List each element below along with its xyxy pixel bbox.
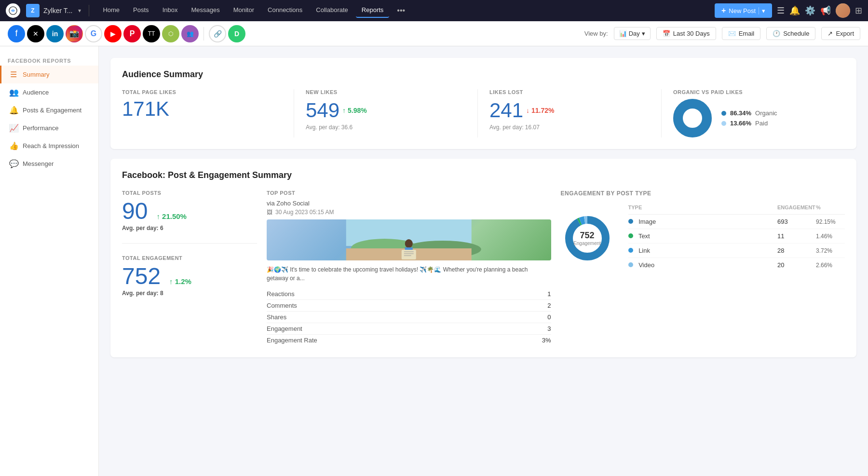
platform-youtube[interactable]: ▶ [104,25,122,42]
new-post-button[interactable]: + New Post ▾ [715,3,772,18]
video-type-name: Video [638,261,654,269]
new-likes-sub: 549 ↑ 5.98% [306,99,466,122]
new-likes-value: 549 [306,99,339,122]
likes-lost-label: LIKES LOST [489,89,650,95]
image-type-label: Image [628,218,778,225]
sidebar-summary-label: Summary [23,71,50,78]
platform-twitter[interactable]: ✕ [27,25,44,42]
donut-label: 752 Engagement [573,231,601,246]
total-engagement-label: TOTAL ENGAGEMENT [122,255,257,261]
brand-chevron-icon[interactable]: ▾ [78,7,81,14]
link-type-label: Link [628,247,778,254]
paid-pct: 13.66% [730,120,751,127]
platform-linkedin[interactable]: in [46,25,64,42]
organic-legend-item: 86.34% Organic [721,109,777,117]
posts-icon: 🔔 [9,106,18,115]
engagement-rate-stat: Engagement Rate 3% [267,335,551,346]
platform-facebook[interactable]: f [8,25,25,42]
engagement-rate-value: 3% [542,337,551,344]
text-type-name: Text [638,232,650,240]
sidebar: FACEBOOK REPORTS ☰ Summary 👥 Audience 🔔 … [0,46,99,476]
engagement-by-type-label: ENGAGEMENT BY POST TYPE [561,190,845,197]
svg-rect-10 [402,250,416,259]
platform-google[interactable]: G [85,25,102,42]
calendar-icon: 📅 [663,30,670,37]
nav-reports[interactable]: Reports [356,3,390,18]
nav-connections[interactable]: Connections [262,3,308,18]
nav-items: Home Posts Inbox Messages Monitor Connec… [97,3,711,18]
video-engagement: 20 [777,261,816,269]
nav-inbox[interactable]: Inbox [157,3,184,18]
percent-header: % [816,204,845,210]
total-engagement-change: ↑ 1.2% [169,277,191,286]
nav-messages[interactable]: Messages [185,3,225,18]
platform-instagram[interactable]: 📸 [66,25,83,42]
donut-sublabel: Engagement [573,241,601,246]
nav-collaborate[interactable]: Collaborate [310,3,354,18]
platform-tiktok[interactable]: TT [143,25,160,42]
sidebar-performance-label: Performance [23,124,58,132]
sidebar-messenger-label: Messenger [23,160,54,167]
total-page-likes-block: TOTAL PAGE LIKES 171K [122,89,294,137]
sidebar-item-summary[interactable]: ☰ Summary [0,66,98,83]
brand-name: Zylker T... [43,7,72,14]
organic-pct: 86.34% [730,109,751,117]
link-type-name: Link [638,247,650,254]
new-likes-label: NEW LIKES [306,89,466,95]
platform-pinterest[interactable]: P [123,25,141,42]
schedule-button[interactable]: 🕐 Schedule [766,27,815,40]
video-dot [628,262,633,267]
top-post-text: 🎉🌍✈️ It's time to celebrate the upcoming… [267,265,551,283]
settings-icon[interactable]: ⚙️ [805,5,815,16]
svg-point-2 [678,104,707,133]
nav-more-icon[interactable]: ••• [391,3,411,18]
total-engagement-avg-val: 8 [160,290,163,297]
metric-divider [122,243,257,244]
top-post-card: TOP POST via Zoho Social 🖼 30 Aug 2023 0… [267,190,551,346]
paid-dot [721,121,726,126]
bell-icon[interactable]: 🔔 [789,5,800,16]
sidebar-item-posts-engagement[interactable]: 🔔 Posts & Engagement [0,101,98,119]
menu-icon[interactable]: ☰ [777,5,785,16]
likes-lost-avg: Avg. per day: 16.07 [489,124,650,131]
avatar-image [836,3,850,18]
post-stats: Reactions 1 Comments 2 Shares 0 Engage [267,288,551,346]
plus-icon: + [721,6,726,15]
view-by-value: Day [629,30,640,37]
organic-dot [721,111,726,116]
audience-summary-title: Audience Summary [122,69,845,80]
main-content: Audience Summary TOTAL PAGE LIKES 171K N… [99,46,868,476]
sidebar-item-reach-impression[interactable]: 👍 Reach & Impression [0,137,98,155]
reactions-stat: Reactions 1 [267,288,551,300]
sidebar-item-audience[interactable]: 👥 Audience [0,83,98,101]
platform-link[interactable]: 🔗 [209,25,226,42]
avatar[interactable] [836,3,850,18]
top-post-date: 🖼 30 Aug 2023 05:15 AM [267,209,551,216]
donut-chart: 752 Engagement [561,212,614,265]
engagement-stat: Engagement 3 [267,323,551,335]
date-range-button[interactable]: 📅 Last 30 Days [656,27,716,40]
platform-fb-group[interactable]: 👥 [181,25,199,42]
total-posts-row: 90 ↑ 21.50% [122,200,257,223]
megaphone-icon[interactable]: 📢 [820,5,831,16]
total-posts-avg-val: 6 [160,225,163,231]
platform-shopify[interactable]: ⬡ [162,25,179,42]
nav-home[interactable]: Home [97,3,125,18]
export-button[interactable]: ↗ Export [821,27,860,40]
new-post-dropdown-icon[interactable]: ▾ [759,7,765,14]
email-button[interactable]: ✉️ Email [722,27,761,40]
sidebar-item-performance[interactable]: 📈 Performance [0,119,98,137]
nav-posts[interactable]: Posts [127,3,155,18]
reactions-value: 1 [547,290,551,298]
sidebar-item-messenger[interactable]: 💬 Messenger [0,155,98,173]
text-pct: 1.46% [816,233,845,240]
platform-circle-d[interactable]: D [228,25,245,42]
grid-icon[interactable]: ⊞ [855,5,862,16]
date-range-value: Last 30 Days [673,30,710,37]
nav-monitor[interactable]: Monitor [228,3,260,18]
new-likes-avg: Avg. per day: 36.6 [306,124,466,131]
view-by-day-button[interactable]: 📊 Day ▾ [614,27,651,40]
reactions-label: Reactions [267,290,295,298]
main-layout: FACEBOOK REPORTS ☰ Summary 👥 Audience 🔔 … [0,46,868,476]
image-dot [628,219,633,224]
